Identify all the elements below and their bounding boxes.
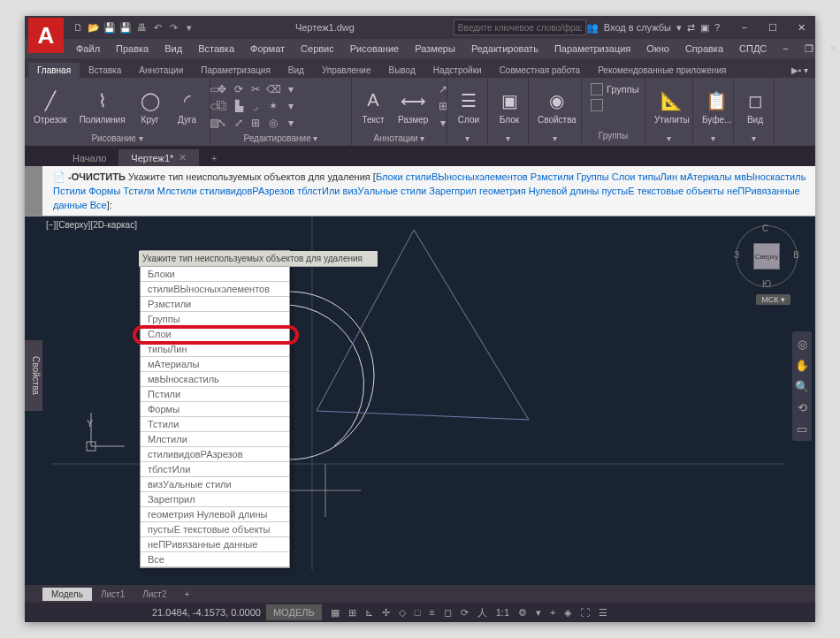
menu-dim[interactable]: Размеры [408, 42, 462, 56]
ucs-label[interactable]: МСК ▾ [756, 294, 790, 305]
popup-item[interactable]: стилиВЫносныхэлементов [141, 282, 289, 297]
menu-param[interactable]: Параметризация [547, 42, 638, 56]
status-lwt-icon[interactable]: ≡ [425, 604, 438, 620]
popup-item[interactable]: Группы [141, 312, 289, 327]
status-annot-icon[interactable]: 人 [474, 604, 491, 620]
nav-showmotion-icon[interactable]: ▭ [794, 420, 810, 437]
nav-orbit-icon[interactable]: ⟲ [794, 399, 810, 416]
explode-icon[interactable]: ✶ [265, 98, 281, 114]
modify-more3-icon[interactable]: ▾ [283, 115, 299, 131]
panel-layers-label[interactable]: ▾ [449, 133, 485, 144]
popup-item[interactable]: Тстили [141, 417, 289, 432]
close-button[interactable]: ✕ [787, 16, 815, 39]
tab-addins[interactable]: Надстройки [424, 63, 491, 78]
panel-props-label[interactable]: ▾ [531, 133, 579, 144]
layers-button[interactable]: ☰Слои [451, 81, 486, 131]
scale-icon[interactable]: ⤢ [231, 115, 247, 131]
tab-close-icon[interactable]: ✕ [179, 152, 187, 163]
plot-icon[interactable]: 🖶 [134, 20, 149, 34]
popup-item[interactable]: мАтериалы [141, 357, 289, 372]
signin-icon[interactable]: 👥 [586, 22, 599, 34]
status-polar-icon[interactable]: ✢ [378, 604, 393, 620]
menu-file[interactable]: Файл [69, 42, 107, 56]
viewcube-s[interactable]: Ю [762, 279, 771, 289]
arc-button[interactable]: ◜Дуга [170, 81, 205, 131]
layout-sheet1[interactable]: Лист1 [92, 588, 134, 601]
app-store-icon[interactable]: ▣ [700, 22, 709, 34]
status-model[interactable]: МОДЕЛЬ [266, 604, 322, 620]
status-grid-icon[interactable]: ▦ [327, 604, 343, 620]
new-icon[interactable]: 🗋 [71, 20, 85, 34]
command-line[interactable]: 📄 -ОЧИСТИТЬ Укажите тип неиспользуемых о… [25, 166, 815, 216]
status-custom-icon[interactable]: ☰ [595, 604, 611, 620]
popup-item[interactable]: стиливидовРАзрезов [141, 447, 289, 462]
tab-add[interactable]: + [199, 151, 229, 166]
popup-item[interactable]: Зарегприл [141, 492, 289, 507]
menu-spds[interactable]: СПДС [732, 42, 774, 56]
popup-item[interactable]: типыЛин [141, 342, 289, 357]
viewcube-n[interactable]: С [762, 224, 768, 233]
panel-clip-label[interactable]: ▾ [695, 133, 731, 144]
popup-item-layers[interactable]: Слои [141, 327, 289, 342]
status-iso2-icon[interactable]: ◈ [561, 604, 575, 620]
tab-param[interactable]: Параметризация [192, 63, 279, 78]
viewcube-w[interactable]: З [734, 250, 739, 260]
menu-tools[interactable]: Сервис [294, 42, 341, 56]
fillet-icon[interactable]: ◞ [248, 98, 263, 114]
popup-item[interactable]: Рзмстили [141, 297, 289, 312]
tab-annotate[interactable]: Аннотации [130, 63, 192, 78]
panel-view-label[interactable]: ▾ [736, 133, 772, 144]
panel-util-label[interactable]: ▾ [647, 133, 691, 144]
util-button[interactable]: 📐Утилиты [649, 81, 695, 131]
status-osnap-icon[interactable]: □ [411, 604, 424, 620]
doc-min-icon[interactable]: − [775, 42, 795, 57]
layout-model[interactable]: Модель [42, 588, 92, 601]
status-iso-icon[interactable]: ◇ [395, 604, 409, 620]
status-more1-icon[interactable]: ▾ [532, 604, 545, 620]
popup-item[interactable]: Пстили [141, 387, 289, 402]
tab-output[interactable]: Вывод [380, 63, 424, 78]
viewcube-e[interactable]: В [793, 250, 799, 260]
popup-item[interactable]: визУальные стили [141, 477, 289, 492]
status-cycle-icon[interactable]: ⟳ [457, 604, 472, 620]
tab-featured[interactable]: Рекомендованные приложения [589, 63, 735, 78]
popup-item[interactable]: Млстили [141, 432, 289, 447]
signin-link[interactable]: Вход в службы [604, 22, 671, 33]
tab-insert[interactable]: Вставка [80, 63, 130, 78]
popup-item[interactable]: мвЫноскастиль [141, 372, 289, 387]
layout-sheet2[interactable]: Лист2 [134, 588, 175, 601]
menu-window[interactable]: Окно [639, 42, 676, 56]
menu-draw[interactable]: Рисование [343, 42, 406, 56]
viewcube-face[interactable]: Сверху [753, 243, 780, 270]
ungroup-button[interactable] [585, 97, 608, 113]
status-scale[interactable]: 1:1 [493, 604, 513, 620]
status-fullscreen-icon[interactable]: ⛶ [577, 604, 593, 620]
panel-block-label[interactable]: ▾ [490, 133, 526, 144]
save-icon[interactable]: 💾 [103, 20, 117, 34]
dim-button[interactable]: ⟷Размер [393, 81, 433, 131]
menu-help[interactable]: Справка [678, 42, 730, 56]
view-button[interactable]: ◻Вид [737, 81, 773, 131]
tab-drawing1[interactable]: Чертеж1*✕ [118, 149, 199, 166]
status-gear-icon[interactable]: ⚙ [515, 604, 531, 620]
tab-collab[interactable]: Совместная работа [491, 63, 590, 78]
menu-view[interactable]: Вид [157, 42, 189, 56]
menu-edit[interactable]: Правка [109, 42, 156, 56]
doc-restore-icon[interactable]: ❐ [798, 42, 821, 57]
offset-icon[interactable]: ◎ [265, 115, 281, 131]
status-ortho-icon[interactable]: ⊾ [362, 604, 377, 620]
move-icon[interactable]: ✥ [214, 81, 230, 97]
help-icon[interactable]: ? [714, 22, 720, 33]
panel-modify-label[interactable]: Редактирование ▾ [212, 133, 349, 144]
undo-icon[interactable]: ↶ [150, 20, 164, 34]
modify-more1-icon[interactable]: ▾ [283, 81, 299, 97]
coords-display[interactable]: 21.0484, -4.1573, 0.0000 [152, 607, 261, 618]
layout-add[interactable]: + [176, 588, 199, 601]
array-icon[interactable]: ⊞ [248, 115, 263, 131]
status-trans-icon[interactable]: ◻ [440, 604, 455, 620]
qat-more-icon[interactable]: ▾ [182, 20, 196, 34]
polyline-button[interactable]: ⌇Полилиния [74, 81, 131, 131]
tab-manage[interactable]: Управление [313, 63, 380, 78]
popup-item[interactable]: геометрия Нулевой длины [141, 507, 289, 522]
saveas-icon[interactable]: 💾 [118, 20, 133, 34]
